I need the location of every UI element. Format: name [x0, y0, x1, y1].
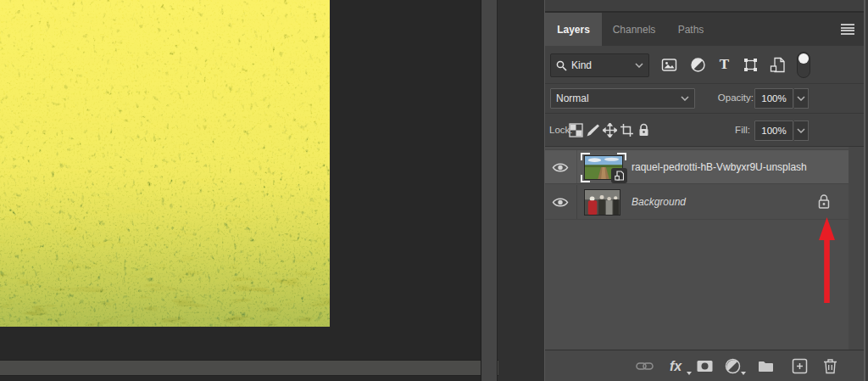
- filter-kind-label: Kind: [571, 59, 635, 71]
- layer-row-raquel[interactable]: raquel-pedrotti-hB-Vwbyxr9U-unsplash: [545, 149, 849, 184]
- workspace-gap: [498, 0, 544, 381]
- smart-object-filter-icon[interactable]: [770, 57, 786, 73]
- chevron-down-icon: [797, 128, 805, 133]
- lock-row: Lock:: [545, 114, 868, 147]
- layer-thumbnail-smart-object[interactable]: [581, 153, 626, 182]
- pixel-layer-filter-icon[interactable]: [661, 57, 677, 73]
- new-adjustment-layer-icon[interactable]: [724, 357, 742, 375]
- lock-pixels-icon[interactable]: [586, 123, 600, 137]
- type-layer-filter-icon[interactable]: T: [716, 56, 732, 72]
- annotation-arrow: [818, 217, 836, 303]
- layer-mask-icon[interactable]: [696, 357, 714, 375]
- layer-list: raquel-pedrotti-hB-Vwbyxr9U-unsplash: [545, 147, 868, 350]
- layer-list-scroll-gutter[interactable]: [849, 147, 864, 350]
- background-layer-lock-icon[interactable]: [817, 193, 831, 210]
- lock-position-icon[interactable]: [603, 123, 617, 137]
- fill-dropdown-button[interactable]: [794, 120, 809, 141]
- new-layer-icon[interactable]: [791, 357, 809, 375]
- blend-mode-select[interactable]: Normal: [550, 88, 695, 109]
- layer-filter-row: Kind T: [545, 46, 868, 84]
- chevron-down-icon: [797, 96, 805, 101]
- link-layers-icon[interactable]: [636, 357, 654, 375]
- panel-dock-header: [545, 0, 868, 13]
- layers-panel: Layers Channels Paths Kind: [544, 0, 868, 381]
- horizontal-scrollbar[interactable]: [0, 360, 544, 376]
- blend-mode-row: Normal Opacity: 100%: [545, 84, 868, 114]
- layer-name[interactable]: raquel-pedrotti-hB-Vwbyxr9U-unsplash: [632, 150, 807, 183]
- fill-label: Fill:: [711, 125, 750, 135]
- photoshop-window: Layers Channels Paths Kind: [0, 0, 868, 381]
- filter-toggle[interactable]: [797, 52, 810, 78]
- tab-channels[interactable]: Channels: [602, 13, 666, 46]
- layer-name[interactable]: Background: [632, 185, 686, 219]
- search-icon: [556, 60, 567, 71]
- layer-style-fx-icon[interactable]: fx: [670, 357, 687, 375]
- lock-all-icon[interactable]: [637, 123, 651, 137]
- tab-paths[interactable]: Paths: [666, 13, 715, 46]
- new-group-folder-icon[interactable]: [757, 357, 775, 375]
- fill-field[interactable]: 100%: [754, 120, 793, 141]
- panel-tab-bar: Layers Channels Paths: [545, 13, 868, 46]
- tab-layers[interactable]: Layers: [545, 13, 602, 46]
- vertical-scrollbar[interactable]: [481, 0, 498, 381]
- visibility-eye-icon[interactable]: [552, 162, 569, 173]
- adjustment-layer-filter-icon[interactable]: [690, 57, 706, 73]
- layer-row-background[interactable]: Background: [545, 185, 849, 220]
- opacity-label: Opacity:: [703, 92, 754, 103]
- canvas-image-flower-field: [0, 0, 330, 327]
- layers-panel-toolbar: fx: [545, 350, 868, 381]
- lock-artboard-icon[interactable]: [620, 123, 634, 137]
- visibility-eye-icon[interactable]: [552, 197, 569, 208]
- delete-layer-trash-icon[interactable]: [821, 357, 839, 375]
- document-canvas[interactable]: [0, 0, 481, 381]
- smart-object-badge-icon: [611, 168, 627, 183]
- opacity-field[interactable]: 100%: [754, 88, 793, 109]
- chevron-down-icon: [635, 63, 643, 68]
- thumbnail-people-photo[interactable]: [584, 189, 620, 216]
- shape-layer-filter-icon[interactable]: [743, 57, 759, 73]
- panel-menu-icon[interactable]: [841, 24, 854, 35]
- blend-mode-value: Normal: [556, 92, 681, 104]
- lock-transparency-icon[interactable]: [569, 123, 583, 137]
- filter-kind-dropdown[interactable]: Kind: [550, 53, 649, 77]
- chevron-down-icon: [681, 96, 689, 101]
- opacity-dropdown-button[interactable]: [794, 88, 809, 109]
- fx-label: fx: [670, 359, 682, 373]
